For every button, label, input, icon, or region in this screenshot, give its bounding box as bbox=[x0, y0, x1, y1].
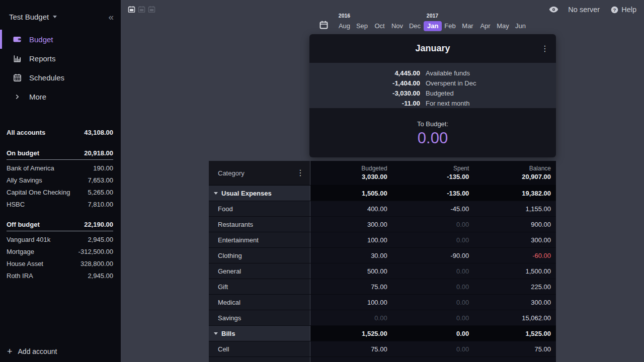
balance-cell[interactable]: 225.00 bbox=[474, 279, 556, 294]
account-row[interactable]: HSBC7,810.00 bbox=[7, 198, 113, 210]
balance-cell[interactable]: 15,062.00 bbox=[474, 310, 556, 325]
category-name-cell bbox=[209, 357, 310, 362]
one-month-view-icon[interactable] bbox=[128, 6, 135, 13]
caret-down-icon bbox=[53, 16, 57, 18]
balance-cell[interactable]: -60.00 bbox=[474, 248, 556, 263]
bar-chart-icon bbox=[13, 54, 22, 63]
category-name-cell[interactable]: Usual Expenses bbox=[209, 186, 310, 201]
budgeted-cell[interactable]: 100.00 bbox=[310, 295, 392, 310]
month-feb[interactable]: Feb bbox=[441, 21, 459, 31]
funds-label: For next month bbox=[426, 100, 469, 107]
privacy-eye-icon[interactable] bbox=[549, 6, 558, 13]
account-row[interactable]: Ally Savings7,653.00 bbox=[7, 174, 113, 186]
month-apr[interactable]: Apr bbox=[476, 21, 494, 31]
category-menu-kebab-icon[interactable]: ⋮ bbox=[296, 169, 304, 177]
balance-cell[interactable]: 300.00 bbox=[474, 232, 556, 247]
account-row[interactable]: Roth IRA2,945.00 bbox=[7, 269, 113, 282]
account-row[interactable]: Capital One Checking5,265.00 bbox=[7, 186, 113, 198]
budgeted-cell[interactable]: 100.00 bbox=[310, 232, 392, 247]
month-oct[interactable]: Oct bbox=[371, 21, 388, 31]
month-picker-calendar-icon[interactable] bbox=[319, 21, 328, 29]
spent-cell[interactable]: 0.00 bbox=[392, 341, 474, 356]
category-name-cell[interactable]: Food bbox=[209, 201, 310, 216]
actual-budget-app: Test Budget « Budget Reports Sc bbox=[0, 0, 644, 362]
spent-cell[interactable]: -90.00 bbox=[392, 248, 474, 263]
spent-cell[interactable]: 0.00 bbox=[392, 326, 474, 341]
month-aug[interactable]: Aug bbox=[336, 21, 353, 31]
budgeted-cell[interactable]: 30.00 bbox=[310, 248, 392, 263]
budgeted-cell[interactable]: 1,505.00 bbox=[310, 186, 392, 201]
balance-cell[interactable]: 75.00 bbox=[474, 341, 556, 356]
spent-cell[interactable]: 0.00 bbox=[392, 279, 474, 294]
category-name-cell[interactable]: Medical bbox=[209, 295, 310, 310]
account-row[interactable]: Bank of America190.00 bbox=[7, 162, 113, 174]
month-sep[interactable]: Sep bbox=[353, 21, 371, 31]
two-month-view-icon[interactable] bbox=[138, 6, 145, 13]
category-name-cell[interactable]: Savings bbox=[209, 310, 310, 325]
three-month-view-icon[interactable] bbox=[148, 6, 155, 13]
collapse-sidebar-icon[interactable]: « bbox=[108, 12, 114, 22]
budgeted-cell[interactable]: 400.00 bbox=[310, 201, 392, 216]
balance-cell[interactable]: 900.00 bbox=[474, 217, 556, 232]
collapse-group-icon[interactable] bbox=[214, 332, 218, 335]
account-row[interactable]: Mortgage-312,500.00 bbox=[7, 245, 113, 257]
spent-cell[interactable]: -45.00 bbox=[392, 201, 474, 216]
row-values: 75.000.0075.00 bbox=[310, 341, 556, 356]
month-dec[interactable]: Dec bbox=[406, 21, 424, 31]
spent-cell[interactable]: 0.00 bbox=[392, 295, 474, 310]
month-mar[interactable]: Mar bbox=[459, 21, 476, 31]
account-row[interactable]: Vanguard 401k2,945.00 bbox=[7, 233, 113, 245]
category-name-cell[interactable]: Entertainment bbox=[209, 232, 310, 247]
help-icon: ? bbox=[611, 6, 618, 14]
server-status-button[interactable]: No server bbox=[568, 6, 600, 14]
category-name: Bills bbox=[221, 330, 235, 337]
category-name-cell[interactable]: Clothing bbox=[209, 248, 310, 263]
add-account-button[interactable]: + Add account bbox=[0, 340, 121, 362]
sidebar-item-more[interactable]: More bbox=[0, 87, 121, 106]
spent-cell[interactable]: -135.00 bbox=[392, 186, 474, 201]
budgeted-cell[interactable]: 1,525.00 bbox=[310, 326, 392, 341]
budgeted-cell[interactable]: 0.00 bbox=[310, 310, 392, 325]
spent-cell[interactable]: 0.00 bbox=[392, 263, 474, 279]
on-budget-value: 20,918.00 bbox=[84, 149, 113, 157]
funds-summary-row: -1,404.00Overspent in Dec bbox=[309, 78, 556, 88]
budgeted-cell[interactable]: 75.00 bbox=[310, 341, 392, 356]
month-menu-kebab-icon[interactable]: ⋮ bbox=[541, 45, 549, 53]
collapse-group-icon[interactable] bbox=[214, 192, 218, 195]
budgeted-cell[interactable]: 500.00 bbox=[310, 263, 392, 279]
month-jan[interactable]: Jan bbox=[424, 21, 441, 31]
row-values: 1,525.000.001,525.00 bbox=[310, 326, 556, 341]
month-jun[interactable]: Jun bbox=[512, 21, 529, 31]
help-button[interactable]: ? Help bbox=[611, 6, 636, 14]
months-row: AugSepOctNovDecJanFebMarAprMayJun bbox=[336, 21, 529, 31]
spent-cell[interactable]: 0.00 bbox=[392, 217, 474, 232]
all-accounts-row[interactable]: All accounts 43,108.00 bbox=[7, 126, 113, 138]
category-name-cell[interactable]: Gift bbox=[209, 279, 310, 294]
funds-summary-row: -3,030.00Budgeted bbox=[309, 88, 556, 98]
sidebar-item-schedules[interactable]: Schedules bbox=[0, 68, 121, 87]
budgeted-cell[interactable]: 75.00 bbox=[310, 279, 392, 294]
to-budget-value[interactable]: 0.00 bbox=[418, 129, 448, 147]
sidebar-item-budget[interactable]: Budget bbox=[0, 30, 121, 49]
month-may[interactable]: May bbox=[494, 21, 512, 31]
category-name-cell[interactable]: Cell bbox=[209, 341, 310, 356]
spent-cell[interactable]: 0.00 bbox=[392, 232, 474, 247]
category-name-cell[interactable]: Restaurants bbox=[209, 217, 310, 232]
spent-cell[interactable]: 0.00 bbox=[392, 310, 474, 325]
budget-file-name[interactable]: Test Budget bbox=[9, 13, 49, 21]
balance-cell[interactable]: 300.00 bbox=[474, 295, 556, 310]
budgeted-cell[interactable]: 300.00 bbox=[310, 217, 392, 232]
balance-cell[interactable]: 1,155.00 bbox=[474, 201, 556, 216]
sidebar-item-reports[interactable]: Reports bbox=[0, 49, 121, 68]
category-name-cell[interactable]: General bbox=[209, 263, 310, 279]
balance-cell[interactable]: 19,382.00 bbox=[474, 186, 556, 201]
budget-rows: Usual Expenses1,505.00-135.0019,382.00Fo… bbox=[209, 186, 556, 362]
funds-label: Budgeted bbox=[426, 89, 454, 97]
category-name-cell[interactable]: Bills bbox=[209, 326, 310, 341]
month-nov[interactable]: Nov bbox=[388, 21, 406, 31]
balance-cell[interactable]: 1,500.00 bbox=[474, 263, 556, 279]
account-row[interactable]: House Asset328,800.00 bbox=[7, 257, 113, 269]
month-title: January bbox=[415, 43, 450, 54]
balance-cell[interactable]: 1,525.00 bbox=[474, 326, 556, 341]
month-label: Nov bbox=[391, 21, 403, 31]
